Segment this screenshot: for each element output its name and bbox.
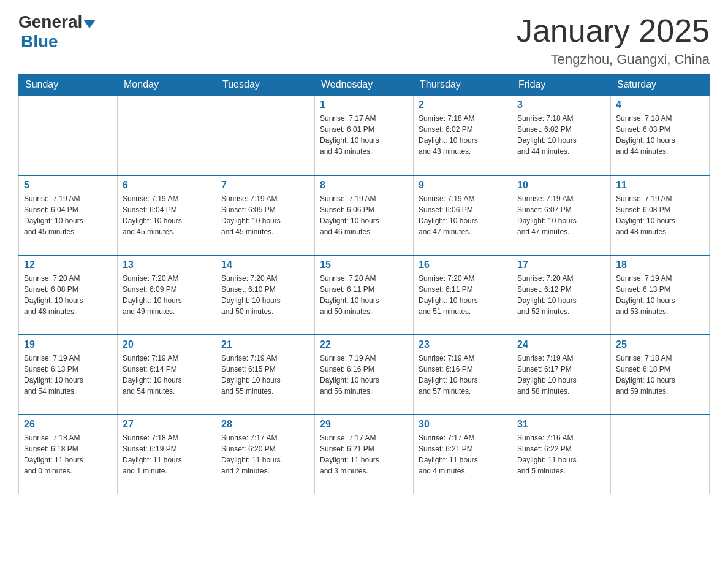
- day-number: 18: [616, 259, 704, 270]
- logo-general-text: General: [18, 12, 82, 32]
- day-of-week-header: Sunday: [19, 74, 118, 96]
- calendar-week-row: 5Sunrise: 7:19 AM Sunset: 6:04 PM Daylig…: [19, 175, 710, 255]
- calendar-cell: 14Sunrise: 7:20 AM Sunset: 6:10 PM Dayli…: [216, 255, 315, 335]
- day-number: 2: [419, 99, 507, 110]
- calendar-week-row: 19Sunrise: 7:19 AM Sunset: 6:13 PM Dayli…: [19, 335, 710, 415]
- calendar-cell: 20Sunrise: 7:19 AM Sunset: 6:14 PM Dayli…: [118, 335, 216, 415]
- calendar-cell: 12Sunrise: 7:20 AM Sunset: 6:08 PM Dayli…: [19, 255, 118, 335]
- page-header: General Blue January 2025 Tengzhou, Guan…: [18, 12, 710, 67]
- day-info: Sunrise: 7:19 AM Sunset: 6:16 PM Dayligh…: [320, 353, 408, 397]
- calendar-week-row: 12Sunrise: 7:20 AM Sunset: 6:08 PM Dayli…: [19, 255, 710, 335]
- day-info: Sunrise: 7:17 AM Sunset: 6:21 PM Dayligh…: [419, 432, 507, 477]
- day-of-week-header: Saturday: [611, 74, 710, 96]
- day-number: 29: [320, 419, 408, 430]
- day-info: Sunrise: 7:20 AM Sunset: 6:09 PM Dayligh…: [123, 273, 211, 317]
- day-of-week-header: Monday: [118, 74, 216, 96]
- calendar-cell: 17Sunrise: 7:20 AM Sunset: 6:12 PM Dayli…: [512, 255, 611, 335]
- calendar-cell: 2Sunrise: 7:18 AM Sunset: 6:02 PM Daylig…: [414, 96, 512, 175]
- day-number: 13: [123, 259, 211, 270]
- calendar-cell: 23Sunrise: 7:19 AM Sunset: 6:16 PM Dayli…: [414, 335, 512, 415]
- logo: General Blue: [18, 12, 96, 52]
- day-info: Sunrise: 7:19 AM Sunset: 6:04 PM Dayligh…: [24, 193, 112, 237]
- day-number: 31: [517, 419, 605, 430]
- calendar-cell: 29Sunrise: 7:17 AM Sunset: 6:21 PM Dayli…: [315, 415, 414, 494]
- day-number: 19: [24, 339, 112, 350]
- day-info: Sunrise: 7:20 AM Sunset: 6:11 PM Dayligh…: [419, 273, 507, 317]
- day-number: 15: [320, 259, 408, 270]
- month-title: January 2025: [517, 12, 710, 49]
- day-info: Sunrise: 7:20 AM Sunset: 6:11 PM Dayligh…: [320, 273, 408, 317]
- calendar-table: SundayMondayTuesdayWednesdayThursdayFrid…: [18, 74, 710, 494]
- calendar-cell: 9Sunrise: 7:19 AM Sunset: 6:06 PM Daylig…: [414, 175, 512, 255]
- day-number: 5: [24, 180, 112, 191]
- day-info: Sunrise: 7:19 AM Sunset: 6:04 PM Dayligh…: [123, 193, 211, 237]
- day-info: Sunrise: 7:17 AM Sunset: 6:01 PM Dayligh…: [320, 113, 408, 157]
- day-info: Sunrise: 7:19 AM Sunset: 6:06 PM Dayligh…: [320, 193, 408, 237]
- calendar-cell: 10Sunrise: 7:19 AM Sunset: 6:07 PM Dayli…: [512, 175, 611, 255]
- calendar-week-row: 26Sunrise: 7:18 AM Sunset: 6:18 PM Dayli…: [19, 415, 710, 494]
- calendar-cell: 7Sunrise: 7:19 AM Sunset: 6:05 PM Daylig…: [216, 175, 315, 255]
- day-info: Sunrise: 7:19 AM Sunset: 6:17 PM Dayligh…: [517, 353, 605, 397]
- day-info: Sunrise: 7:20 AM Sunset: 6:12 PM Dayligh…: [517, 273, 605, 317]
- day-number: 12: [24, 259, 112, 270]
- day-number: 17: [517, 259, 605, 270]
- day-info: Sunrise: 7:18 AM Sunset: 6:19 PM Dayligh…: [123, 432, 211, 477]
- calendar-cell: 6Sunrise: 7:19 AM Sunset: 6:04 PM Daylig…: [118, 175, 216, 255]
- day-info: Sunrise: 7:19 AM Sunset: 6:13 PM Dayligh…: [616, 273, 704, 317]
- calendar-cell: 24Sunrise: 7:19 AM Sunset: 6:17 PM Dayli…: [512, 335, 611, 415]
- day-info: Sunrise: 7:19 AM Sunset: 6:06 PM Dayligh…: [419, 193, 507, 237]
- day-number: 16: [419, 259, 507, 270]
- calendar-cell: 5Sunrise: 7:19 AM Sunset: 6:04 PM Daylig…: [19, 175, 118, 255]
- calendar-cell: 8Sunrise: 7:19 AM Sunset: 6:06 PM Daylig…: [315, 175, 414, 255]
- calendar-cell: 18Sunrise: 7:19 AM Sunset: 6:13 PM Dayli…: [611, 255, 710, 335]
- day-info: Sunrise: 7:18 AM Sunset: 6:02 PM Dayligh…: [517, 113, 605, 157]
- logo-arrow-icon: [83, 20, 96, 28]
- calendar-cell: 3Sunrise: 7:18 AM Sunset: 6:02 PM Daylig…: [512, 96, 611, 175]
- day-info: Sunrise: 7:18 AM Sunset: 6:03 PM Dayligh…: [616, 113, 704, 157]
- day-number: 11: [616, 180, 704, 191]
- day-number: 1: [320, 99, 408, 110]
- day-info: Sunrise: 7:19 AM Sunset: 6:14 PM Dayligh…: [123, 353, 211, 397]
- calendar-cell: 11Sunrise: 7:19 AM Sunset: 6:08 PM Dayli…: [611, 175, 710, 255]
- day-info: Sunrise: 7:19 AM Sunset: 6:05 PM Dayligh…: [221, 193, 309, 237]
- calendar-cell: [19, 96, 118, 175]
- calendar-cell: 15Sunrise: 7:20 AM Sunset: 6:11 PM Dayli…: [315, 255, 414, 335]
- day-info: Sunrise: 7:18 AM Sunset: 6:02 PM Dayligh…: [419, 113, 507, 157]
- calendar-cell: 13Sunrise: 7:20 AM Sunset: 6:09 PM Dayli…: [118, 255, 216, 335]
- day-number: 22: [320, 339, 408, 350]
- calendar-cell: 22Sunrise: 7:19 AM Sunset: 6:16 PM Dayli…: [315, 335, 414, 415]
- calendar-header-row: SundayMondayTuesdayWednesdayThursdayFrid…: [19, 74, 710, 96]
- day-info: Sunrise: 7:18 AM Sunset: 6:18 PM Dayligh…: [24, 432, 112, 477]
- location-title: Tengzhou, Guangxi, China: [517, 52, 710, 67]
- day-of-week-header: Wednesday: [315, 74, 414, 96]
- calendar-cell: [118, 96, 216, 175]
- day-of-week-header: Tuesday: [216, 74, 315, 96]
- logo-blue-text: Blue: [21, 32, 58, 52]
- calendar-cell: 1Sunrise: 7:17 AM Sunset: 6:01 PM Daylig…: [315, 96, 414, 175]
- day-info: Sunrise: 7:17 AM Sunset: 6:21 PM Dayligh…: [320, 432, 408, 477]
- day-info: Sunrise: 7:19 AM Sunset: 6:08 PM Dayligh…: [616, 193, 704, 237]
- day-number: 6: [123, 180, 211, 191]
- calendar-cell: 19Sunrise: 7:19 AM Sunset: 6:13 PM Dayli…: [19, 335, 118, 415]
- day-number: 4: [616, 99, 704, 110]
- day-number: 27: [123, 419, 211, 430]
- day-number: 7: [221, 180, 309, 191]
- calendar-cell: 27Sunrise: 7:18 AM Sunset: 6:19 PM Dayli…: [118, 415, 216, 494]
- day-info: Sunrise: 7:20 AM Sunset: 6:08 PM Dayligh…: [24, 273, 112, 317]
- day-number: 8: [320, 180, 408, 191]
- day-number: 28: [221, 419, 309, 430]
- calendar-cell: 26Sunrise: 7:18 AM Sunset: 6:18 PM Dayli…: [19, 415, 118, 494]
- day-of-week-header: Friday: [512, 74, 611, 96]
- day-number: 14: [221, 259, 309, 270]
- calendar-cell: 4Sunrise: 7:18 AM Sunset: 6:03 PM Daylig…: [611, 96, 710, 175]
- calendar-week-row: 1Sunrise: 7:17 AM Sunset: 6:01 PM Daylig…: [19, 96, 710, 175]
- day-number: 25: [616, 339, 704, 350]
- calendar-cell: 25Sunrise: 7:18 AM Sunset: 6:18 PM Dayli…: [611, 335, 710, 415]
- day-info: Sunrise: 7:19 AM Sunset: 6:07 PM Dayligh…: [517, 193, 605, 237]
- day-number: 9: [419, 180, 507, 191]
- calendar-cell: 30Sunrise: 7:17 AM Sunset: 6:21 PM Dayli…: [414, 415, 512, 494]
- calendar-cell: 28Sunrise: 7:17 AM Sunset: 6:20 PM Dayli…: [216, 415, 315, 494]
- day-number: 26: [24, 419, 112, 430]
- day-info: Sunrise: 7:19 AM Sunset: 6:13 PM Dayligh…: [24, 353, 112, 397]
- day-number: 30: [419, 419, 507, 430]
